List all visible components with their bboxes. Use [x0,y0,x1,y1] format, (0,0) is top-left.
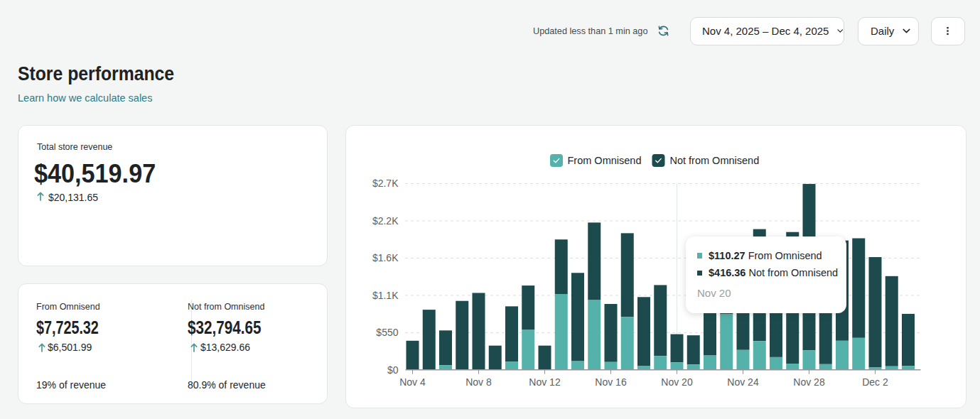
svg-text:$1.1K: $1.1K [372,290,398,301]
svg-text:Dec 2: Dec 2 [862,376,888,388]
svg-text:Nov 12: Nov 12 [529,376,561,388]
svg-text:$1.6K: $1.6K [372,252,398,263]
svg-text:$2.7K: $2.7K [372,178,398,189]
svg-text:Nov 24: Nov 24 [727,376,759,388]
svg-text:Nov 8: Nov 8 [465,376,492,388]
svg-text:Nov 4: Nov 4 [399,376,426,388]
svg-text:$550: $550 [376,327,398,338]
svg-text:Nov 20: Nov 20 [661,376,693,388]
svg-text:Nov 28: Nov 28 [793,376,825,388]
svg-text:From Omnisend: From Omnisend [567,155,641,166]
svg-text:$0: $0 [387,364,398,376]
svg-text:Nov 16: Nov 16 [595,376,627,388]
svg-text:Not from Omnisend: Not from Omnisend [669,155,759,166]
svg-text:$2.2K: $2.2K [372,215,398,227]
